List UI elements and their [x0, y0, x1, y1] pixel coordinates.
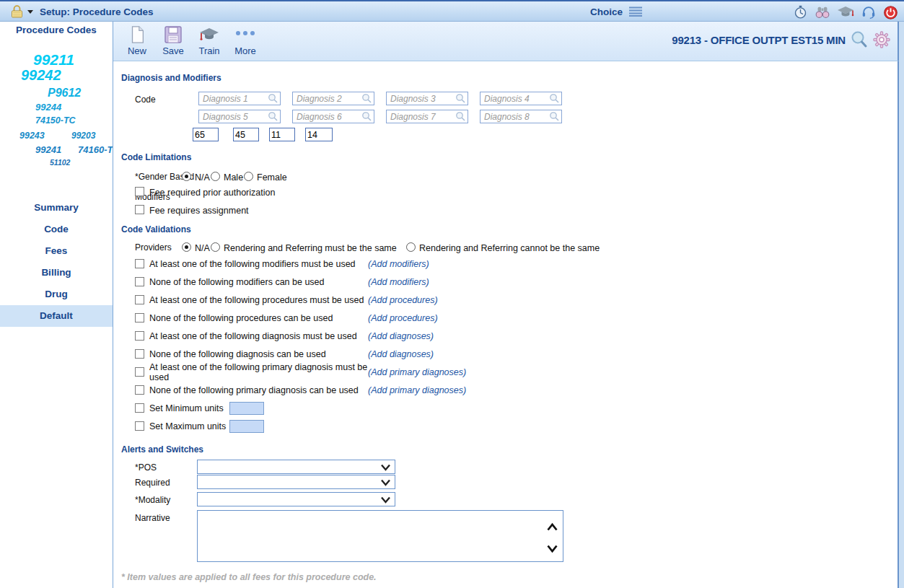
validation-checkbox[interactable] — [135, 367, 144, 377]
timer-icon[interactable] — [793, 4, 808, 20]
pos-select[interactable] — [197, 460, 395, 474]
providers-must-same-radio[interactable] — [211, 242, 220, 252]
validation-row: At least one of the following diagnosis … — [113, 327, 898, 345]
save-button[interactable]: Save — [155, 25, 191, 56]
diagnosis-search-icon[interactable] — [549, 111, 560, 124]
max-units-checkbox[interactable] — [135, 421, 144, 431]
section-code-validations: Code Validations — [121, 224, 191, 234]
add-procedures-link[interactable]: (Add procedures) — [368, 313, 438, 323]
validation-checkbox[interactable] — [135, 313, 144, 322]
diagnosis-search-icon[interactable] — [361, 111, 372, 124]
diagnosis-search-icon[interactable] — [455, 111, 466, 124]
menu-list-icon[interactable] — [628, 6, 643, 17]
modality-select[interactable] — [197, 492, 395, 506]
procedure-code-tag[interactable]: 99241 — [35, 144, 61, 155]
add-modifiers-link[interactable]: (Add modifiers) — [368, 259, 429, 269]
min-units-checkbox[interactable] — [135, 403, 144, 413]
diagnosis-grid — [198, 92, 562, 123]
validation-checkbox[interactable] — [135, 331, 144, 341]
required-label: Required — [135, 478, 170, 488]
train-button[interactable]: Train — [191, 25, 227, 56]
sidebar-item-billing[interactable]: Billing — [0, 262, 113, 284]
procedure-code-tag[interactable]: 99211 — [33, 51, 74, 69]
procedure-code-tag[interactable]: 99244 — [35, 102, 61, 113]
toolbar: New Save — [113, 22, 899, 61]
min-units-row: Set Minimum units — [113, 399, 898, 417]
search-icon[interactable] — [850, 30, 869, 49]
more-button[interactable]: More — [227, 25, 263, 56]
diagnosis-search-icon[interactable] — [455, 93, 466, 106]
scroll-down-icon[interactable] — [546, 544, 558, 553]
providers-label: Providers — [135, 242, 172, 253]
validation-row: None of the following modifiers can be u… — [113, 273, 898, 291]
min-units-input[interactable] — [229, 402, 264, 415]
fee-assignment-row: Fee requires assignment — [113, 203, 898, 218]
validation-checkbox[interactable] — [135, 277, 144, 286]
gender-based-row: *Gender Based N/A Male Female — [113, 170, 898, 184]
diagnosis-search-icon[interactable] — [549, 93, 560, 106]
max-units-input[interactable] — [229, 420, 264, 433]
diagnosis-search-icon[interactable] — [361, 93, 372, 106]
add-procedures-link[interactable]: (Add procedures) — [368, 295, 438, 305]
diagnosis-search-icon[interactable] — [268, 93, 278, 106]
new-button[interactable]: New — [119, 25, 155, 56]
procedure-code-tag[interactable]: 99203 — [71, 131, 95, 141]
modifier-4-input[interactable] — [305, 128, 333, 141]
gender-male-radio[interactable] — [211, 172, 220, 181]
add-diagnoses-link[interactable]: (Add diagnoses) — [368, 349, 434, 359]
sidebar-item-drug[interactable]: Drug — [0, 284, 113, 305]
gender-female-radio[interactable] — [244, 172, 253, 181]
sidebar: Procedure Codes 99211 99242 P9612 99244 … — [0, 22, 113, 588]
training-cap-icon[interactable] — [837, 4, 854, 20]
fee-prior-auth-checkbox[interactable] — [135, 187, 144, 196]
sidebar-item-code[interactable]: Code — [0, 219, 113, 240]
sidebar-item-fees[interactable]: Fees — [0, 240, 113, 262]
code-label: Code — [135, 95, 156, 105]
procedure-code-tag[interactable]: 99243 — [19, 131, 45, 141]
validation-label: None of the following primary diagnosis … — [149, 385, 368, 395]
diagnosis-search-icon[interactable] — [268, 111, 278, 124]
procedure-code-tag[interactable]: 99242 — [21, 67, 61, 84]
add-modifiers-link[interactable]: (Add modifiers) — [368, 277, 429, 287]
logout-power-icon[interactable] — [883, 5, 898, 20]
gender-na-radio[interactable] — [182, 172, 191, 181]
narrative-field — [197, 510, 563, 562]
sidebar-item-default[interactable]: Default — [0, 305, 113, 327]
section-alerts-switches: Alerts and Switches — [121, 444, 203, 455]
chevron-down-icon — [380, 479, 391, 486]
validation-checkbox[interactable] — [135, 259, 144, 268]
required-select[interactable] — [197, 475, 395, 489]
providers-cannot-same-radio[interactable] — [406, 242, 416, 252]
validation-checkbox[interactable] — [135, 349, 144, 359]
lock-icon[interactable] — [10, 4, 24, 19]
gear-icon[interactable] — [873, 31, 890, 48]
procedure-code-tag[interactable]: 74160-TC — [78, 144, 113, 155]
procedure-code-tag[interactable]: 51102 — [50, 158, 70, 167]
modifier-1-input[interactable] — [193, 128, 219, 141]
modifier-2-input[interactable] — [233, 128, 259, 141]
binoculars-icon[interactable] — [815, 4, 830, 20]
procedure-code-tag[interactable]: 74150-TC — [35, 115, 76, 126]
procedure-code-tag[interactable]: P9612 — [48, 87, 81, 100]
max-units-row: Set Maximum units — [113, 417, 898, 435]
add-diagnoses-link[interactable]: (Add diagnoses) — [368, 331, 434, 341]
validation-checkbox[interactable] — [135, 385, 144, 395]
providers-na-radio[interactable] — [182, 242, 191, 252]
chevron-down-icon — [380, 464, 391, 471]
validation-row: None of the following diagnosis can be u… — [113, 345, 898, 363]
support-headset-icon[interactable] — [861, 4, 877, 20]
add-primary-diagnoses-link[interactable]: (Add primary diagnoses) — [368, 385, 466, 395]
modifier-3-input[interactable] — [269, 128, 295, 141]
validation-checkbox[interactable] — [135, 295, 144, 304]
new-page-icon — [119, 25, 155, 45]
scroll-up-icon[interactable] — [546, 522, 558, 532]
validation-label: At least one of the following modifiers … — [149, 259, 368, 269]
narrative-textarea[interactable] — [198, 511, 563, 561]
add-primary-diagnoses-link[interactable]: (Add primary diagnoses) — [368, 367, 466, 377]
providers-na-label: N/A — [195, 243, 210, 253]
lock-dropdown-caret-icon[interactable] — [27, 10, 33, 14]
sidebar-item-summary[interactable]: Summary — [0, 197, 113, 219]
max-units-label: Set Maximum units — [149, 421, 229, 431]
fee-assignment-checkbox[interactable] — [135, 205, 144, 214]
main-form: Diagnosis and Modifiers Code Modifiers C… — [113, 61, 899, 588]
